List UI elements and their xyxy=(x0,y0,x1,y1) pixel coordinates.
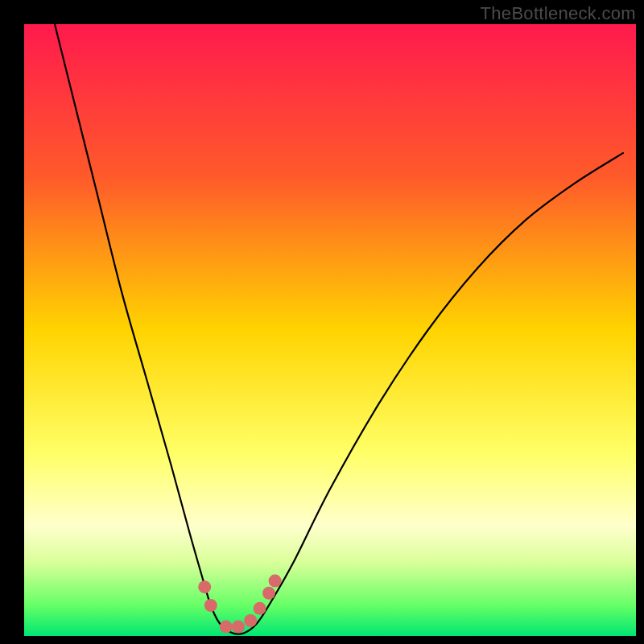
highlight-marker xyxy=(269,575,282,588)
highlight-marker xyxy=(232,621,245,634)
highlight-marker xyxy=(254,602,266,615)
highlight-marker xyxy=(204,599,217,612)
highlight-marker xyxy=(220,621,233,634)
gradient-background xyxy=(24,24,636,636)
watermark-text: TheBottleneck.com xyxy=(481,3,636,24)
chart-svg xyxy=(24,24,636,636)
highlight-marker xyxy=(198,580,211,593)
chart-plot-area xyxy=(24,24,636,636)
highlight-marker xyxy=(262,587,275,600)
highlight-marker xyxy=(244,614,257,627)
